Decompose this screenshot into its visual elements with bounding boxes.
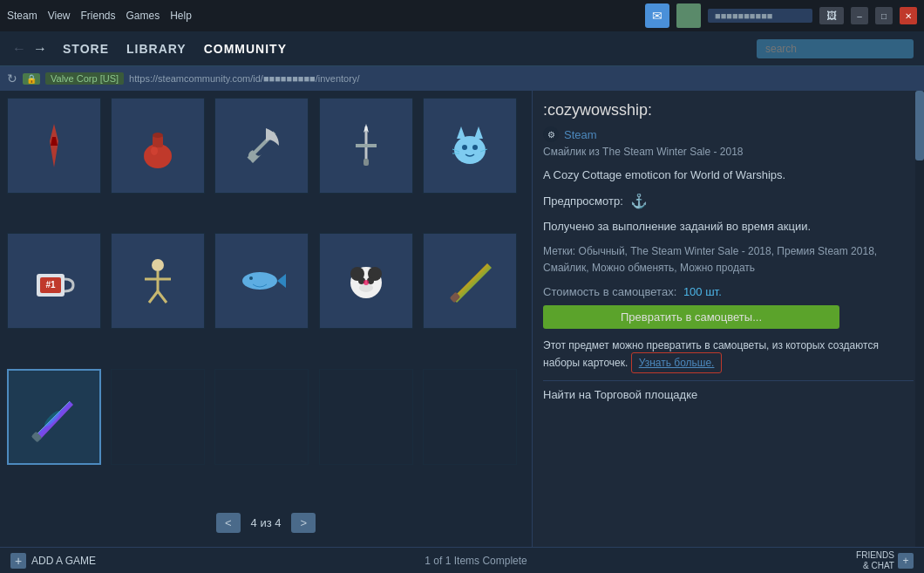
item-icon-mug: #1 [28, 255, 80, 307]
menu-help[interactable]: Help [170, 10, 192, 22]
list-item[interactable] [7, 369, 101, 465]
item-icon-glowknife [28, 391, 80, 443]
screenshot-icon[interactable]: 🖼 [819, 7, 844, 24]
gems-value: 100 шт. [683, 285, 722, 298]
tags-text: Метки: Обычный, The Steam Winter Sale - … [543, 243, 914, 276]
forward-button[interactable]: → [31, 41, 49, 57]
item-icon-dagger [28, 119, 80, 172]
lock-icon: 🔒 [23, 73, 40, 85]
list-item[interactable] [423, 369, 517, 465]
addressbar: ↻ 🔒 Valve Corp [US] https://steamcommuni… [0, 66, 924, 91]
convert-to-gems-button[interactable]: Превратить в самоцветы... [543, 305, 839, 329]
svg-marker-28 [277, 274, 286, 288]
preview-row: Предпросмотр: ⚓ [543, 193, 914, 209]
avatar [676, 3, 701, 28]
svg-point-5 [151, 147, 158, 155]
minimize-button[interactable]: – [851, 7, 868, 24]
reload-icon[interactable]: ↻ [7, 72, 17, 85]
back-button[interactable]: ← [10, 41, 28, 57]
svg-line-25 [149, 291, 158, 303]
scrollbar-track[interactable] [915, 91, 924, 547]
maximize-button[interactable]: □ [875, 7, 893, 24]
svg-line-26 [158, 291, 166, 303]
nav-links: STORE LIBRARY COMMUNITY [63, 42, 287, 56]
earned-text: Получено за выполнение заданий во время … [543, 218, 914, 235]
svg-point-11 [454, 136, 486, 164]
list-item[interactable] [319, 233, 413, 329]
tags-label: Метки: [543, 245, 575, 257]
list-item[interactable] [214, 369, 309, 465]
detail-panel: :cozywowsship: ⚙ Steam Смайлик из The St… [532, 91, 924, 547]
tags-values: Обычный, The Steam Winter Sale - 2018, П… [543, 245, 877, 274]
menu-view[interactable]: View [48, 10, 71, 22]
convert-info: Этот предмет можно превратить в самоцвет… [543, 338, 914, 371]
menu-games[interactable]: Games [126, 10, 160, 22]
list-item[interactable] [111, 233, 205, 329]
menu-friends[interactable]: Friends [80, 10, 115, 22]
item-icon-figure [132, 255, 184, 307]
menu-steam[interactable]: Steam [7, 10, 37, 22]
username-display: ■■■■■■■■■■ [708, 9, 812, 23]
nav-community[interactable]: COMMUNITY [204, 42, 287, 56]
item-grid: #1 [7, 98, 525, 502]
add-friend-icon[interactable]: + [898, 553, 914, 569]
list-item[interactable] [423, 233, 517, 329]
add-game-button[interactable]: + ADD A GAME [10, 553, 96, 569]
item-icon-potion [132, 119, 184, 172]
item-icon-axe [235, 119, 288, 172]
item-subtitle: Смайлик из The Steam Winter Sale - 2018 [543, 146, 914, 158]
list-item[interactable] [214, 233, 309, 329]
inventory-area: #1 [0, 91, 532, 547]
svg-point-2 [144, 144, 172, 168]
learn-more-link[interactable]: Узнать больше. [639, 357, 715, 369]
scrollbar-thumb[interactable] [915, 91, 924, 160]
svg-point-14 [462, 145, 467, 150]
site-badge: Valve Corp [US] [45, 72, 124, 85]
navbar: ← → STORE LIBRARY COMMUNITY [0, 31, 924, 66]
list-item[interactable] [111, 369, 205, 465]
item-icon-panda [340, 255, 392, 307]
search-input[interactable] [757, 39, 914, 58]
list-item[interactable] [111, 98, 205, 194]
list-item[interactable]: #1 [7, 233, 101, 329]
learn-more-box: Узнать больше. [631, 352, 723, 373]
item-description: A Cozy Cottage emoticon for World of War… [543, 167, 914, 184]
nav-library[interactable]: LIBRARY [126, 42, 187, 56]
list-item[interactable] [7, 98, 101, 194]
marketplace-label[interactable]: Найти на Торговой площадке [543, 380, 914, 401]
titlebar-left: Steam View Friends Games Help [7, 10, 192, 22]
next-page-button[interactable]: > [291, 513, 316, 533]
titlebar: Steam View Friends Games Help ✉ ■■■■■■■■… [0, 0, 924, 31]
main-content: #1 [0, 91, 924, 547]
list-item[interactable] [423, 98, 517, 194]
list-item[interactable] [319, 369, 413, 465]
nav-store[interactable]: STORE [63, 42, 109, 56]
notification-icon[interactable]: ✉ [645, 3, 669, 28]
svg-point-22 [152, 259, 164, 271]
plus-icon: + [10, 553, 26, 569]
svg-point-29 [249, 276, 253, 280]
gems-label: Стоимость в самоцветах: [543, 285, 676, 298]
anchor-icon: ⚓ [630, 193, 648, 209]
close-button[interactable]: ✕ [900, 7, 917, 24]
friends-chat-label: FRIENDS& CHAT [856, 550, 894, 571]
url-text: https://steamcommunity.com/id/■■■■■■■■■/… [129, 73, 359, 84]
item-icon-rainbow-blade [444, 255, 496, 307]
list-item[interactable] [214, 98, 309, 194]
item-source-name: Steam [564, 128, 597, 141]
friends-chat-button[interactable]: FRIENDS& CHAT + [856, 550, 914, 571]
svg-marker-12 [457, 126, 465, 139]
titlebar-right: ✉ ■■■■■■■■■■ 🖼 – □ ✕ [645, 3, 917, 28]
item-icon-fish [235, 255, 288, 307]
pagination: < 4 из 4 > [7, 506, 525, 540]
titlebar-menu: Steam View Friends Games Help [7, 10, 192, 22]
item-icon-sword [340, 119, 392, 172]
svg-text:#1: #1 [45, 280, 56, 290]
svg-rect-10 [363, 159, 369, 166]
prev-page-button[interactable]: < [216, 513, 241, 533]
status-text: 1 of 1 Items Complete [425, 555, 527, 567]
svg-point-4 [153, 133, 163, 138]
steam-logo-icon: ⚙ [543, 126, 559, 142]
svg-point-15 [472, 145, 478, 150]
list-item[interactable] [319, 98, 413, 194]
